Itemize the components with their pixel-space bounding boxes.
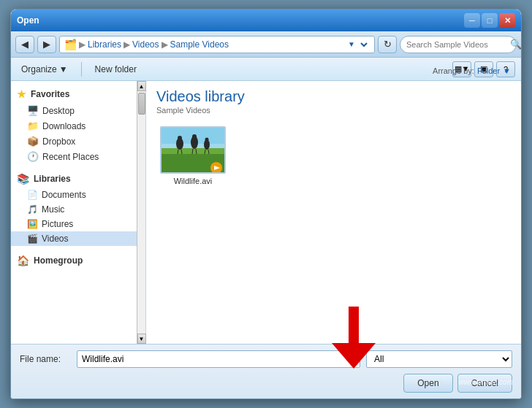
main-content: ★ Favorites 🖥️ Desktop 📁 Downloads 📦 Dro… [11, 81, 521, 344]
breadcrumb-libraries[interactable]: Libraries [88, 39, 121, 50]
file-area: Videos library Sample Videos Arrange by:… [146, 81, 521, 344]
documents-icon: 📄 [27, 190, 38, 200]
svg-point-7 [192, 134, 197, 139]
pictures-icon: 🖼️ [27, 219, 38, 229]
file-thumbnail [160, 126, 226, 174]
organize-label: Organize [21, 64, 57, 74]
dropbox-icon: 📦 [27, 136, 39, 147]
scroll-up-button[interactable]: ▲ [137, 81, 146, 91]
open-dialog: Open ─ □ ✕ ◀ ▶ 🗂️ ▶ Libraries ▶ Videos ▶… [10, 9, 522, 399]
search-icon: 🔍 [510, 39, 522, 50]
recent-icon: 🕐 [27, 151, 39, 162]
svg-point-5 [178, 136, 182, 140]
scroll-thumb[interactable] [138, 93, 145, 115]
sidebar-label-downloads: Downloads [42, 121, 86, 131]
favorites-label: Favorites [31, 89, 69, 99]
breadcrumb-sample-videos[interactable]: Sample Videos [170, 39, 229, 50]
filename-input[interactable] [77, 350, 360, 368]
sidebar-item-documents[interactable]: 📄 Documents [11, 188, 137, 202]
sidebar-item-downloads[interactable]: 📁 Downloads [11, 118, 137, 134]
sidebar-label-music: Music [42, 204, 64, 215]
filename-label: File name: [20, 354, 71, 364]
sidebar-label-videos: Videos [42, 234, 68, 244]
file-area-header: Videos library Sample Videos Arrange by:… [156, 88, 511, 115]
title-bar-buttons: ─ □ ✕ [464, 13, 515, 28]
organize-button[interactable]: Organize ▼ [17, 63, 72, 76]
sidebar-item-dropbox[interactable]: 📦 Dropbox [11, 134, 137, 149]
homegroup-icon: 🏠 [17, 255, 29, 266]
sidebar-item-recent-places[interactable]: 🕐 Recent Places [11, 149, 137, 164]
favorites-header[interactable]: ★ Favorites [11, 85, 137, 103]
breadcrumb-sep1: ▶ [79, 39, 86, 50]
sidebar-panel: ★ Favorites 🖥️ Desktop 📁 Downloads 📦 Dro… [11, 81, 146, 344]
organize-arrow: ▼ [59, 64, 68, 74]
scroll-track: ▲ ▼ [137, 81, 145, 344]
sidebar: ★ Favorites 🖥️ Desktop 📁 Downloads 📦 Dro… [11, 81, 137, 344]
scroll-down-button[interactable]: ▼ [137, 334, 146, 344]
arrange-label: Arrange by: [433, 66, 474, 75]
music-icon: 🎵 [27, 204, 38, 215]
breadcrumb-icon: 🗂️ [64, 39, 77, 50]
sidebar-item-pictures[interactable]: 🖼️ Pictures [11, 217, 137, 231]
sidebar-label-pictures: Pictures [42, 219, 73, 229]
arrange-value[interactable]: Folder [477, 66, 500, 75]
close-button[interactable]: ✕ [499, 13, 515, 28]
desktop-icon: 🖥️ [27, 105, 39, 116]
file-item-wildlife[interactable]: Wildlife.avi [156, 123, 229, 188]
homegroup-label: Homegroup [34, 255, 83, 266]
search-box: 🔍 [400, 36, 517, 53]
svg-point-9 [205, 138, 209, 142]
filetype-select[interactable]: All Video Files (*.avi;*.mp4) All Files … [366, 350, 512, 368]
toolbar-separator [81, 62, 82, 77]
sidebar-label-dropbox: Dropbox [42, 136, 75, 147]
maximize-button[interactable]: □ [482, 13, 498, 28]
new-folder-button[interactable]: New folder [91, 63, 141, 76]
breadcrumb: 🗂️ ▶ Libraries ▶ Videos ▶ Sample Videos … [59, 36, 375, 53]
back-button[interactable]: ◀ [15, 36, 34, 53]
file-name-label: Wildlife.avi [174, 177, 213, 185]
refresh-button[interactable]: ↻ [378, 36, 397, 53]
videos-icon: 🎬 [27, 234, 38, 244]
star-icon: ★ [17, 88, 26, 100]
breadcrumb-sep2: ▶ [123, 39, 130, 50]
path-dropdown[interactable]: ▼ [342, 36, 370, 53]
sidebar-item-desktop[interactable]: 🖥️ Desktop [11, 103, 137, 118]
address-bar: ◀ ▶ 🗂️ ▶ Libraries ▶ Videos ▶ Sample Vid… [11, 31, 521, 58]
forward-button[interactable]: ▶ [37, 36, 56, 53]
filename-row: File name: All Video Files (*.avi;*.mp4)… [20, 350, 512, 368]
title-bar: Open ─ □ ✕ [11, 9, 521, 31]
open-button[interactable]: Open [403, 374, 452, 393]
search-input[interactable] [406, 40, 507, 49]
watermark: www.bimeiz.com [459, 378, 513, 386]
sidebar-label-recent: Recent Places [42, 152, 99, 162]
sidebar-item-music[interactable]: 🎵 Music [11, 202, 137, 217]
sidebar-label-desktop: Desktop [42, 106, 75, 116]
breadcrumb-videos[interactable]: Videos [132, 39, 159, 50]
library-subtitle: Sample Videos [156, 106, 245, 115]
homegroup-header[interactable]: 🏠 Homegroup [11, 252, 137, 269]
libraries-icon: 📚 [17, 173, 29, 185]
sidebar-item-videos[interactable]: 🎬 Videos [11, 231, 137, 246]
bottom-bar: File name: All Video Files (*.avi;*.mp4)… [11, 344, 521, 399]
arrange-dropdown-arrow[interactable]: ▼ [503, 66, 511, 75]
minimize-button[interactable]: ─ [464, 13, 480, 28]
sidebar-label-documents: Documents [42, 190, 86, 200]
svg-rect-3 [162, 148, 226, 154]
title-bar-text: Open [17, 15, 464, 26]
libraries-label: Libraries [34, 174, 71, 184]
thumbnail-svg [162, 128, 226, 174]
downloads-icon: 📁 [27, 120, 39, 131]
new-folder-label: New folder [95, 64, 137, 74]
bottom-buttons: Open Cancel [20, 374, 512, 393]
library-title: Videos library [156, 88, 245, 105]
file-grid: Wildlife.avi [156, 123, 511, 188]
arrange-bar: Arrange by: Folder ▼ [433, 66, 511, 75]
breadcrumb-sep3: ▶ [162, 39, 168, 50]
libraries-header[interactable]: 📚 Libraries [11, 170, 137, 188]
